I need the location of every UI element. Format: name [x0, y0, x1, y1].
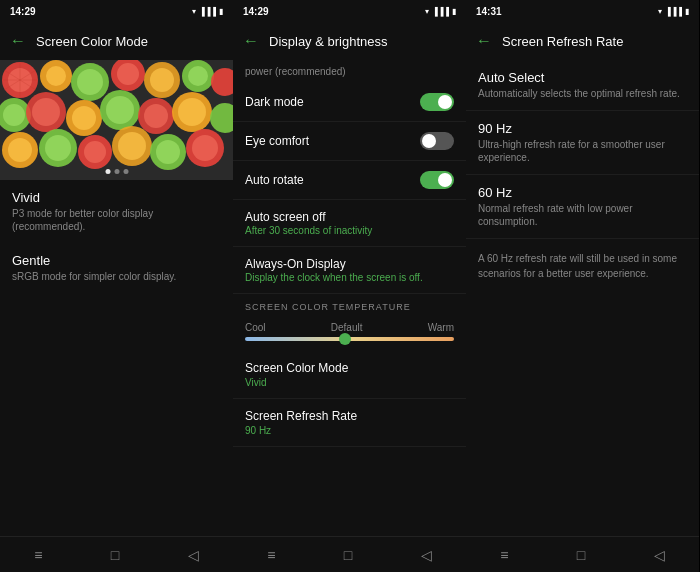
eye-comfort-knob [422, 134, 436, 148]
top-nav-2: ← Display & brightness [233, 22, 466, 60]
svg-point-12 [188, 66, 208, 86]
gentle-mode-name: Gentle [12, 253, 221, 268]
temp-labels: Cool Default Warm [245, 322, 454, 333]
auto-rotate-toggle[interactable] [420, 171, 454, 189]
svg-point-32 [84, 141, 106, 163]
svg-point-8 [117, 63, 139, 85]
power-label: power (recommended) [233, 60, 466, 83]
status-time-3: 14:31 [476, 6, 502, 17]
svg-point-34 [118, 132, 146, 160]
content-area-3: Auto Select Automatically selects the op… [466, 60, 699, 536]
home-button-2[interactable]: □ [344, 547, 352, 563]
gentle-mode-option[interactable]: Gentle sRGB mode for simpler color displ… [0, 243, 233, 293]
dark-mode-text: Dark mode [245, 95, 304, 110]
back-button-1[interactable]: ← [10, 32, 26, 50]
auto-rotate-text: Auto rotate [245, 173, 304, 188]
90hz-title: 90 Hz [478, 121, 687, 136]
menu-button-1[interactable]: ≡ [34, 547, 42, 563]
always-on-display-sub: Display the clock when the screen is off… [245, 272, 423, 283]
signal-icon: ▐▐▐ [199, 7, 216, 16]
back-button-nav-3[interactable]: ◁ [654, 547, 665, 563]
carousel-dots [105, 169, 128, 174]
eye-comfort-text: Eye comfort [245, 134, 309, 149]
wifi-icon-2: ▾ [425, 7, 429, 16]
temp-cool-label: Cool [245, 322, 266, 333]
svg-point-17 [32, 98, 60, 126]
screen-color-mode-item[interactable]: Screen Color Mode Vivid [233, 351, 466, 399]
temp-slider-thumb[interactable] [339, 333, 351, 345]
wifi-icon-3: ▾ [658, 7, 662, 16]
vivid-mode-option[interactable]: Vivid P3 mode for better color display (… [0, 180, 233, 243]
svg-point-19 [72, 106, 96, 130]
battery-icon-2: ▮ [452, 7, 456, 16]
temp-default-label: Default [331, 322, 363, 333]
content-area-2: power (recommended) Dark mode Eye comfor… [233, 60, 466, 536]
back-button-nav-2[interactable]: ◁ [421, 547, 432, 563]
auto-rotate-item[interactable]: Auto rotate [233, 161, 466, 200]
screen-color-mode-value: Vivid [245, 377, 454, 388]
60hz-title: 60 Hz [478, 185, 687, 200]
panel-screen-color-mode: 14:29 ▾ ▐▐▐ ▮ ← Screen Color Mode [0, 0, 233, 572]
eye-comfort-toggle[interactable] [420, 132, 454, 150]
temp-slider-track[interactable] [245, 337, 454, 341]
color-mode-image [0, 60, 233, 180]
vivid-mode-desc: P3 mode for better color display (recomm… [12, 207, 221, 233]
eye-comfort-title: Eye comfort [245, 134, 309, 148]
svg-point-36 [156, 140, 180, 164]
auto-screen-off-sub: After 30 seconds of inactivity [245, 225, 372, 236]
auto-screen-off-title: Auto screen off [245, 210, 372, 224]
always-on-display-item[interactable]: Always-On Display Display the clock when… [233, 247, 466, 294]
status-icons-1: ▾ ▐▐▐ ▮ [192, 7, 223, 16]
svg-point-23 [144, 104, 168, 128]
auto-select-option[interactable]: Auto Select Automatically selects the op… [466, 60, 699, 111]
eye-comfort-item[interactable]: Eye comfort [233, 122, 466, 161]
bottom-nav-2: ≡ □ ◁ [233, 536, 466, 572]
nav-title-2: Display & brightness [269, 34, 388, 49]
temp-slider-area: Cool Default Warm [233, 316, 466, 351]
dark-mode-title: Dark mode [245, 95, 304, 109]
status-bar-3: 14:31 ▾ ▐▐▐ ▮ [466, 0, 699, 22]
menu-button-2[interactable]: ≡ [267, 547, 275, 563]
bottom-nav-1: ≡ □ ◁ [0, 536, 233, 572]
svg-point-4 [46, 66, 66, 86]
always-on-display-text: Always-On Display Display the clock when… [245, 257, 423, 283]
status-bar-1: 14:29 ▾ ▐▐▐ ▮ [0, 0, 233, 22]
battery-icon-3: ▮ [685, 7, 689, 16]
dot-2 [114, 169, 119, 174]
status-icons-2: ▾ ▐▐▐ ▮ [425, 7, 456, 16]
top-nav-3: ← Screen Refresh Rate [466, 22, 699, 60]
menu-button-3[interactable]: ≡ [500, 547, 508, 563]
svg-point-25 [178, 98, 206, 126]
auto-screen-off-text: Auto screen off After 30 seconds of inac… [245, 210, 372, 236]
signal-icon-3: ▐▐▐ [665, 7, 682, 16]
dark-mode-toggle[interactable] [420, 93, 454, 111]
auto-screen-off-item[interactable]: Auto screen off After 30 seconds of inac… [233, 200, 466, 247]
battery-icon: ▮ [219, 7, 223, 16]
60hz-option[interactable]: 60 Hz Normal refresh rate with low power… [466, 175, 699, 239]
back-button-nav-1[interactable]: ◁ [188, 547, 199, 563]
auto-select-title: Auto Select [478, 70, 687, 85]
nav-title-3: Screen Refresh Rate [502, 34, 623, 49]
panel-display-brightness: 14:29 ▾ ▐▐▐ ▮ ← Display & brightness pow… [233, 0, 466, 572]
status-icons-3: ▾ ▐▐▐ ▮ [658, 7, 689, 16]
bottom-nav-3: ≡ □ ◁ [466, 536, 699, 572]
back-button-3[interactable]: ← [476, 32, 492, 50]
90hz-option[interactable]: 90 Hz Ultra-high refresh rate for a smoo… [466, 111, 699, 175]
signal-icon-2: ▐▐▐ [432, 7, 449, 16]
home-button-1[interactable]: □ [111, 547, 119, 563]
auto-rotate-title: Auto rotate [245, 173, 304, 187]
dot-1 [105, 169, 110, 174]
60hz-desc: Normal refresh rate with low power consu… [478, 202, 687, 228]
home-button-3[interactable]: □ [577, 547, 585, 563]
back-button-2[interactable]: ← [243, 32, 259, 50]
svg-point-10 [150, 68, 174, 92]
svg-point-6 [77, 69, 103, 95]
top-nav-1: ← Screen Color Mode [0, 22, 233, 60]
dark-mode-item[interactable]: Dark mode [233, 83, 466, 122]
screen-refresh-rate-value: 90 Hz [245, 425, 454, 436]
dot-3 [123, 169, 128, 174]
panel-screen-refresh-rate: 14:31 ▾ ▐▐▐ ▮ ← Screen Refresh Rate Auto… [466, 0, 699, 572]
always-on-display-title: Always-On Display [245, 257, 423, 271]
gentle-mode-desc: sRGB mode for simpler color display. [12, 270, 221, 283]
screen-refresh-rate-item[interactable]: Screen Refresh Rate 90 Hz [233, 399, 466, 447]
